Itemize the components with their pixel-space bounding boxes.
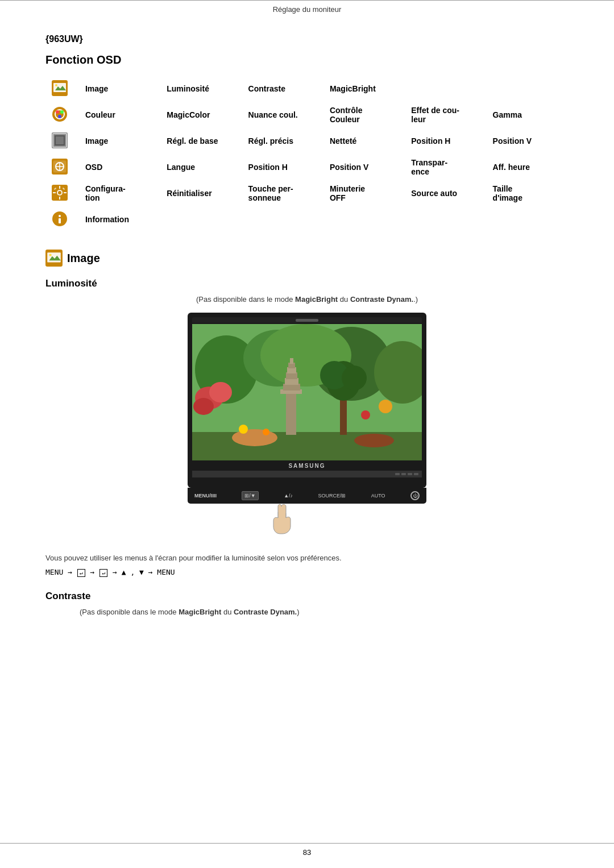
image-section-header: Image — [45, 250, 569, 267]
table-row: Image Luminosité Contraste MagicBright — [45, 76, 569, 102]
svg-point-6 — [56, 110, 59, 114]
row4-col1: Langue — [161, 154, 242, 180]
box-symbol-1: ↵ — [77, 569, 85, 577]
monitor-screen — [192, 324, 422, 460]
row3-col1: Régl. de base — [161, 128, 242, 154]
image-icon-cell — [45, 76, 80, 102]
row1-col4 — [405, 76, 487, 102]
row3-label: Image — [80, 128, 161, 154]
ctrl-power: ⏻ — [410, 491, 420, 500]
image-icon — [51, 80, 68, 97]
svg-rect-24 — [64, 192, 67, 193]
svg-rect-22 — [59, 197, 60, 200]
row5-col3: MinuterieOFF — [324, 180, 405, 206]
row5-col5: Tailled'image — [487, 180, 569, 206]
color-icon — [51, 106, 68, 123]
menu-path: MENU → ↵ → ↵ → ▲ , ▼ → MENU — [45, 568, 569, 577]
row3-col4: Position H — [405, 128, 487, 154]
config-icon — [51, 184, 68, 201]
svg-rect-44 — [286, 392, 296, 435]
table-row: Image Régl. de base Régl. précis Netteté… — [45, 128, 569, 154]
row6-col5 — [487, 206, 569, 232]
monitor-brand: SAMSUNG — [192, 463, 422, 469]
ctrl-auto: AUTO — [371, 493, 385, 499]
svg-point-8 — [58, 115, 61, 118]
ctrl-updown: ▲/♪ — [284, 493, 293, 499]
config-icon-cell — [45, 180, 80, 206]
svg-point-20 — [58, 191, 61, 194]
row1-col1: Luminosité — [161, 76, 242, 102]
svg-point-58 — [232, 429, 277, 446]
row4-col4: Transpar-ence — [405, 154, 487, 180]
svg-point-4 — [52, 107, 67, 122]
row1-col3: MagicBright — [324, 76, 405, 102]
row5-label: Configura-tion — [80, 180, 161, 206]
table-row: Couleur MagicColor Nuance coul. Contrôle… — [45, 102, 569, 128]
row5-col4: Source auto — [405, 180, 487, 206]
monitor-display: SAMSUNG MENU/IIII ⊞/▼ ▲/♪ SOURCE/⊞ AUTO … — [188, 313, 426, 537]
hand-cursor — [270, 501, 298, 537]
row4-label: OSD — [80, 154, 161, 180]
svg-rect-31 — [47, 252, 61, 262]
row2-col4: Effet de cou-leur — [405, 102, 487, 128]
contraste-note: (Pas disponible dans le mode MagicBright… — [45, 608, 569, 616]
row6-label: Information — [80, 206, 161, 232]
osd-table: Image Luminosité Contraste MagicBright — [45, 76, 569, 232]
header-title: Réglage du moniteur — [273, 5, 342, 14]
svg-rect-12 — [56, 136, 64, 144]
info-icon-cell — [45, 206, 80, 232]
row1-label: Image — [80, 76, 161, 102]
image-section-icon — [45, 250, 63, 267]
row4-col3: Position V — [324, 154, 405, 180]
frame-icon-cell — [45, 128, 80, 154]
svg-point-42 — [193, 398, 214, 415]
osd-menu-icon — [51, 158, 68, 175]
row4-col5: Aff. heure — [487, 154, 569, 180]
ctrl-enter: ⊞/▼ — [242, 491, 258, 500]
table-row: OSD Langue Position H Position V Transpa… — [45, 154, 569, 180]
contraste-title: Contraste — [45, 591, 569, 602]
svg-rect-23 — [53, 192, 56, 193]
svg-point-57 — [361, 410, 370, 420]
svg-point-59 — [354, 434, 394, 447]
row2-col1: MagicColor — [161, 102, 242, 128]
osd-section-title: Fonction OSD — [45, 53, 569, 67]
row2-label: Couleur — [80, 102, 161, 128]
row3-col5: Position V — [487, 128, 569, 154]
table-row: Configura-tion Réinitialiser Touche per-… — [45, 180, 569, 206]
svg-point-41 — [209, 382, 232, 402]
row2-col2: Nuance coul. — [243, 102, 324, 128]
model-title: {963UW} — [45, 34, 569, 44]
luminosite-description: Vous pouvez utiliser les menus à l'écran… — [45, 554, 569, 562]
table-row: Information — [45, 206, 569, 232]
frame-icon — [51, 132, 68, 149]
svg-point-60 — [239, 425, 248, 434]
page-content: {963UW} Fonction OSD Image — [0, 17, 614, 659]
row3-col2: Régl. précis — [243, 128, 324, 154]
ctrl-source: SOURCE/⊞ — [318, 493, 346, 499]
row6-col1 — [161, 206, 242, 232]
svg-rect-29 — [59, 218, 61, 223]
color-icon-cell — [45, 102, 80, 128]
svg-point-61 — [263, 429, 269, 435]
ctrl-menu: MENU/IIII — [194, 493, 217, 499]
row2-col3: ContrôleCouleur — [324, 102, 405, 128]
row4-col2: Position H — [243, 154, 324, 180]
row3-col3: Netteté — [324, 128, 405, 154]
luminosite-title: Luminosité — [45, 278, 569, 289]
svg-rect-21 — [59, 186, 60, 189]
page-header: Réglage du moniteur — [0, 0, 614, 17]
row5-col2: Touche per-sonneue — [243, 180, 324, 206]
row1-col2: Contraste — [243, 76, 324, 102]
row1-col5 — [487, 76, 569, 102]
info-icon — [51, 210, 68, 227]
svg-rect-1 — [53, 83, 66, 92]
image-section-title: Image — [67, 252, 100, 265]
svg-point-3 — [55, 84, 57, 86]
svg-point-28 — [59, 215, 61, 217]
svg-point-7 — [60, 110, 64, 114]
box-symbol-2: ↵ — [99, 569, 107, 577]
row6-col3 — [324, 206, 405, 232]
monitor-base-bar — [192, 471, 422, 477]
row6-col2 — [243, 206, 324, 232]
